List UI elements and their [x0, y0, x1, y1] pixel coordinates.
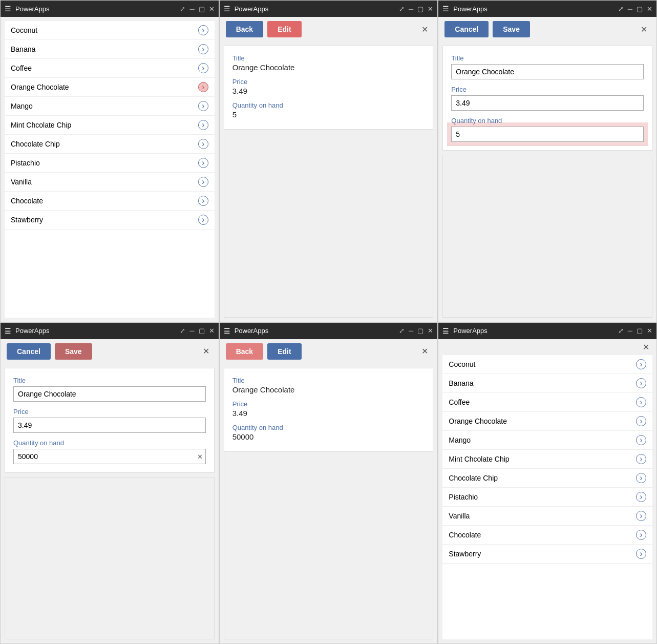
expand-icon-5[interactable]: ⤢	[399, 327, 405, 335]
qty-value-2: 5	[232, 110, 425, 119]
minimize-icon-3[interactable]: ─	[628, 5, 632, 13]
list-item[interactable]: Chocolate ›	[442, 526, 652, 545]
close-icon-2[interactable]: ✕	[428, 5, 433, 13]
item-label: Chocolate Chip	[449, 474, 636, 482]
price-label-2: Price	[232, 78, 425, 86]
item-arrow[interactable]: ›	[198, 120, 208, 130]
item-arrow[interactable]: ›	[636, 359, 646, 369]
item-arrow[interactable]: ›	[636, 530, 646, 540]
expand-icon-4[interactable]: ⤢	[180, 327, 185, 335]
item-arrow[interactable]: ›	[636, 492, 646, 502]
back-button-2[interactable]: Back	[226, 21, 263, 37]
list-item[interactable]: Mango ›	[5, 97, 215, 116]
item-arrow[interactable]: ›	[198, 25, 208, 35]
back-button-5[interactable]: Back	[226, 343, 263, 360]
list-item[interactable]: Vanilla ›	[442, 507, 652, 526]
item-arrow[interactable]: ›	[198, 177, 208, 187]
list-item[interactable]: Stawberry ›	[5, 211, 215, 230]
close-icon-6[interactable]: ✕	[647, 327, 652, 335]
list-item[interactable]: Orange Chocolate ›	[442, 412, 652, 431]
save-button-4[interactable]: Save	[55, 343, 92, 360]
price-input-3[interactable]	[451, 95, 644, 111]
edit-button-5[interactable]: Edit	[267, 343, 301, 360]
list-item[interactable]: Pistachio ›	[5, 154, 215, 173]
list-item[interactable]: Mint Chcolate Chip ›	[5, 116, 215, 135]
cancel-button-3[interactable]: Cancel	[444, 21, 489, 37]
list-item[interactable]: Stawberry ›	[442, 545, 652, 564]
cancel-button-4[interactable]: Cancel	[7, 343, 51, 360]
close-button-5[interactable]: ✕	[418, 345, 431, 357]
maximize-icon-2[interactable]: ▢	[417, 5, 423, 13]
title-label-3: Title	[451, 54, 644, 62]
maximize-icon-5[interactable]: ▢	[417, 327, 423, 335]
expand-icon-3[interactable]: ⤢	[618, 5, 624, 13]
list-item[interactable]: Coconut ›	[5, 21, 215, 40]
item-arrow[interactable]: ›	[636, 473, 646, 483]
close-icon-4[interactable]: ✕	[209, 327, 215, 335]
panel5-header: Back Edit ✕	[220, 339, 438, 364]
item-arrow[interactable]: ›	[636, 435, 646, 445]
item-label: Coffee	[11, 64, 198, 72]
item-arrow[interactable]: ›	[198, 44, 208, 54]
maximize-icon-3[interactable]: ▢	[637, 5, 643, 13]
item-arrow[interactable]: ›	[198, 139, 208, 149]
maximize-icon-6[interactable]: ▢	[637, 327, 643, 335]
close-button-3[interactable]: ✕	[638, 24, 650, 35]
list-item[interactable]: Coconut ›	[442, 355, 652, 374]
price-input-4[interactable]	[13, 418, 206, 433]
item-arrow[interactable]: ›	[198, 196, 208, 206]
close-icon-3[interactable]: ✕	[647, 5, 652, 13]
hamburger-icon-6: ☰	[442, 327, 449, 335]
list-item[interactable]: Chocolate Chip ›	[442, 469, 652, 488]
item-arrow-highlighted[interactable]: ›	[198, 82, 208, 92]
minimize-icon-6[interactable]: ─	[628, 327, 632, 335]
app-title-3: PowerApps	[453, 5, 618, 13]
close-button-4[interactable]: ✕	[200, 345, 213, 357]
maximize-icon-4[interactable]: ▢	[199, 327, 205, 335]
item-arrow[interactable]: ›	[198, 101, 208, 111]
item-arrow[interactable]: ›	[636, 549, 646, 559]
detail-card-2: Title Orange Chocolate Price 3.49 Quanti…	[224, 46, 434, 130]
list-item[interactable]: Banana ›	[5, 40, 215, 59]
item-arrow[interactable]: ›	[636, 511, 646, 521]
item-arrow[interactable]: ›	[636, 416, 646, 426]
list-item[interactable]: Vanilla ›	[5, 173, 215, 192]
qty-input-3[interactable]	[451, 127, 644, 142]
minimize-icon-2[interactable]: ─	[409, 5, 413, 13]
list-item[interactable]: Chocolate Chip ›	[5, 135, 215, 154]
qty-input-4[interactable]	[13, 449, 206, 464]
minimize-icon-4[interactable]: ─	[189, 327, 194, 335]
item-label: Orange Chocolate	[449, 417, 636, 425]
clear-qty-button-4[interactable]: ✕	[197, 452, 203, 460]
list-item[interactable]: Banana ›	[442, 374, 652, 393]
close-panel6[interactable]: ✕	[640, 341, 652, 353]
item-arrow[interactable]: ›	[636, 378, 646, 388]
title-input-4[interactable]	[13, 386, 206, 402]
expand-icon-6[interactable]: ⤢	[618, 327, 624, 335]
title-input-3[interactable]	[451, 64, 644, 79]
expand-icon-2[interactable]: ⤢	[399, 5, 405, 13]
edit-button-2[interactable]: Edit	[267, 21, 301, 37]
list-item[interactable]: Mint Chcolate Chip ›	[442, 450, 652, 469]
item-arrow[interactable]: ›	[636, 454, 646, 464]
item-arrow[interactable]: ›	[636, 397, 646, 407]
list-item[interactable]: Coffee ›	[442, 393, 652, 412]
close-button-2[interactable]: ✕	[418, 24, 431, 35]
item-arrow[interactable]: ›	[198, 215, 208, 225]
close-icon-1[interactable]: ✕	[209, 5, 215, 13]
minimize-icon-5[interactable]: ─	[409, 327, 413, 335]
list-item[interactable]: Mango ›	[442, 431, 652, 450]
minimize-icon-1[interactable]: ─	[189, 5, 194, 13]
close-icon-5[interactable]: ✕	[428, 327, 433, 335]
maximize-icon-1[interactable]: ▢	[199, 5, 205, 13]
hamburger-icon-5: ☰	[224, 327, 230, 335]
expand-icon-1[interactable]: ⤢	[180, 5, 185, 13]
list-item-orange-choc[interactable]: Orange Chocolate ›	[5, 78, 215, 97]
item-arrow[interactable]: ›	[198, 158, 208, 168]
list-item[interactable]: Coffee ›	[5, 59, 215, 78]
list-item[interactable]: Pistachio ›	[442, 488, 652, 507]
save-button-3[interactable]: Save	[493, 21, 530, 37]
list-item[interactable]: Chocolate ›	[5, 192, 215, 211]
item-label: Coffee	[449, 398, 636, 406]
item-arrow[interactable]: ›	[198, 63, 208, 73]
